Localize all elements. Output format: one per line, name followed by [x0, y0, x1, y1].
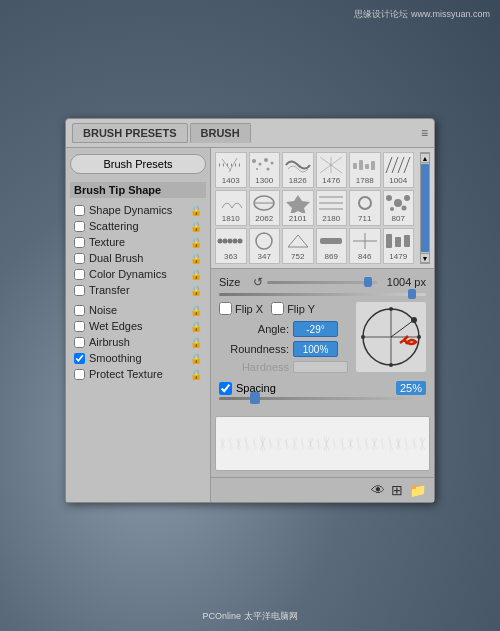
flip-x-item: Flip X	[219, 302, 263, 315]
texture-checkbox[interactable]	[74, 237, 85, 248]
brush-cell-2062[interactable]: 2062	[249, 190, 281, 226]
brush-cell-1788[interactable]: 1788	[349, 152, 381, 188]
sidebar-item-smoothing[interactable]: Smoothing 🔒	[70, 350, 206, 366]
roundness-input[interactable]	[293, 341, 338, 357]
svg-point-50	[389, 307, 393, 311]
brush-cell-711[interactable]: 711	[349, 190, 381, 226]
spacing-slider-thumb	[250, 392, 260, 404]
brush-cell-1403[interactable]: 1403	[215, 152, 247, 188]
shape-dynamics-checkbox[interactable]	[74, 205, 85, 216]
color-dynamics-lock: 🔒	[190, 269, 202, 280]
brush-cell-869[interactable]: 869	[316, 228, 348, 264]
airbrush-checkbox[interactable]	[74, 337, 85, 348]
stroke-preview	[215, 416, 430, 471]
brush-num-347: 347	[258, 252, 271, 261]
sidebar-item-scattering[interactable]: Scattering 🔒	[70, 218, 206, 234]
folder-icon[interactable]: 📁	[409, 482, 426, 498]
svg-line-18	[398, 157, 404, 173]
brush-cell-752[interactable]: 752	[282, 228, 314, 264]
brush-panel: BRUSH PRESETS BRUSH ≡ Brush Presets Brus…	[65, 118, 435, 503]
brush-cell-1810[interactable]: 1810	[215, 190, 247, 226]
sidebar-item-dual-brush[interactable]: Dual Brush 🔒	[70, 250, 206, 266]
svg-rect-43	[404, 235, 410, 247]
spacing-full-slider[interactable]	[219, 397, 426, 400]
brush-cell-363[interactable]: 363	[215, 228, 247, 264]
brush-cell-1300[interactable]: 1300	[249, 152, 281, 188]
brush-cell-807[interactable]: 807	[383, 190, 415, 226]
wet-edges-checkbox[interactable]	[74, 321, 85, 332]
protect-texture-lock: 🔒	[190, 369, 202, 380]
color-dynamics-label: Color Dynamics	[89, 268, 186, 280]
spacing-checkbox[interactable]	[219, 382, 232, 395]
tab-brush[interactable]: BRUSH	[190, 123, 251, 143]
brush-num-1479: 1479	[389, 252, 407, 261]
watermark-top: 思缘设计论坛 www.missyuan.com	[354, 8, 490, 21]
smoothing-label: Smoothing	[89, 352, 186, 364]
dual-brush-lock: 🔒	[190, 253, 202, 264]
sidebar-item-noise[interactable]: Noise 🔒	[70, 302, 206, 318]
flip-checkboxes: Flip X Flip Y	[219, 302, 348, 315]
svg-rect-15	[371, 161, 375, 170]
brush-cell-2101[interactable]: 2101	[282, 190, 314, 226]
brush-num-2062: 2062	[255, 214, 273, 223]
svg-point-51	[389, 363, 393, 367]
size-reset-icon[interactable]: ↺	[253, 275, 263, 289]
scattering-checkbox[interactable]	[74, 221, 85, 232]
brush-cell-1476[interactable]: 1476	[316, 152, 348, 188]
dual-brush-label: Dual Brush	[89, 252, 186, 264]
right-content: 1403 1300	[211, 148, 434, 502]
angle-input[interactable]	[293, 321, 338, 337]
sidebar-item-airbrush[interactable]: Airbrush 🔒	[70, 334, 206, 350]
brush-num-2180: 2180	[322, 214, 340, 223]
svg-point-32	[217, 239, 222, 244]
sidebar-item-transfer[interactable]: Transfer 🔒	[70, 282, 206, 298]
flip-x-checkbox[interactable]	[219, 302, 232, 315]
angle-row: Angle:	[219, 321, 348, 337]
sidebar-item-texture[interactable]: Texture 🔒	[70, 234, 206, 250]
sidebar-item-protect-texture[interactable]: Protect Texture 🔒	[70, 366, 206, 382]
brush-cell-347[interactable]: 347	[249, 228, 281, 264]
brush-cell-1479[interactable]: 1479	[383, 228, 415, 264]
sidebar-item-wet-edges[interactable]: Wet Edges 🔒	[70, 318, 206, 334]
scroll-thumb[interactable]	[421, 164, 429, 252]
brush-num-1788: 1788	[356, 176, 374, 185]
dual-brush-checkbox[interactable]	[74, 253, 85, 264]
svg-point-30	[390, 207, 394, 211]
panel-menu-icon[interactable]: ≡	[421, 126, 428, 140]
grid-icon[interactable]: ⊞	[391, 482, 403, 498]
sidebar-item-shape-dynamics[interactable]: Shape Dynamics 🔒	[70, 202, 206, 218]
full-size-slider[interactable]	[219, 293, 426, 296]
svg-point-36	[237, 239, 242, 244]
brush-cell-2180[interactable]: 2180	[316, 190, 348, 226]
size-label: Size	[219, 276, 249, 288]
hardness-slider[interactable]	[293, 361, 348, 373]
brush-num-752: 752	[291, 252, 304, 261]
airbrush-label: Airbrush	[89, 336, 186, 348]
flip-angle-row: Flip X Flip Y Angle: Roundn	[219, 302, 426, 377]
tab-brush-presets[interactable]: BRUSH PRESETS	[72, 123, 188, 143]
brush-cell-846[interactable]: 846	[349, 228, 381, 264]
svg-point-34	[227, 239, 232, 244]
svg-rect-14	[365, 164, 369, 169]
transfer-checkbox[interactable]	[74, 285, 85, 296]
shape-dynamics-lock: 🔒	[190, 205, 202, 216]
color-dynamics-checkbox[interactable]	[74, 269, 85, 280]
noise-checkbox[interactable]	[74, 305, 85, 316]
size-slider[interactable]	[267, 281, 377, 284]
brush-scrollbar[interactable]: ▲ ▼	[420, 152, 430, 264]
svg-point-5	[264, 158, 268, 162]
scroll-down-button[interactable]: ▼	[420, 253, 430, 263]
svg-line-19	[404, 157, 410, 173]
brush-cell-1826[interactable]: 1826	[282, 152, 314, 188]
brush-presets-button[interactable]: Brush Presets	[70, 154, 206, 174]
smoothing-checkbox[interactable]	[74, 353, 85, 364]
brush-cell-1004[interactable]: 1004	[383, 152, 415, 188]
roundness-label: Roundness:	[219, 343, 289, 355]
scroll-up-button[interactable]: ▲	[420, 153, 430, 163]
flip-y-checkbox[interactable]	[271, 302, 284, 315]
eye-icon[interactable]: 👁	[371, 482, 385, 498]
protect-texture-checkbox[interactable]	[74, 369, 85, 380]
sidebar-item-color-dynamics[interactable]: Color Dynamics 🔒	[70, 266, 206, 282]
svg-line-16	[386, 157, 392, 173]
hardness-label: Hardness	[219, 361, 289, 373]
